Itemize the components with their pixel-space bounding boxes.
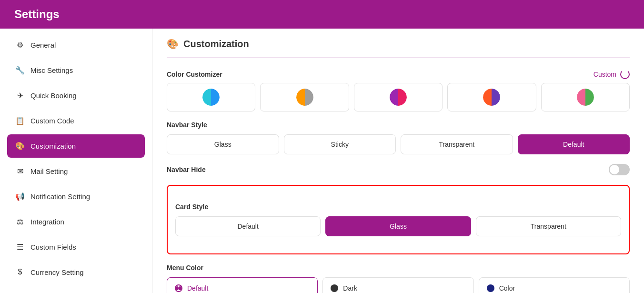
color-option-1[interactable] [167,83,255,111]
sidebar-icon-currency-setting: $ [15,268,25,276]
sidebar-label-currency-setting: Currency Setting [30,268,84,276]
sidebar-item-notification-setting[interactable]: 📢 Notification Setting [7,185,145,208]
sidebar-icon-quick-booking: ✈ [15,91,25,100]
card-style-container: Card Style Default Glass Transparent [167,185,630,254]
card-style-row: Default Glass Transparent [175,216,621,236]
radio-color [487,284,494,292]
color-options [167,83,630,111]
main-layout: ⚙ General 🔧 Misc Settings ✈ Quick Bookin… [0,29,644,293]
page-header: Settings [0,0,644,29]
card-glass-btn[interactable]: Glass [325,216,471,236]
menu-color-dark-label: Dark [343,284,357,292]
navbar-transparent-btn[interactable]: Transparent [401,134,513,154]
menu-color-dark[interactable]: Dark [322,277,473,293]
navbar-default-btn[interactable]: Default [518,134,630,154]
custom-label: Custom [594,71,616,78]
radio-default [175,284,182,292]
sidebar-item-quick-booking[interactable]: ✈ Quick Booking [7,84,145,107]
sidebar-label-general: General [30,41,56,49]
sidebar-item-integration[interactable]: ⚖ Integration [7,210,145,233]
sidebar-item-currency-setting[interactable]: $ Currency Setting [7,261,145,283]
sidebar-label-misc-settings: Misc Settings [30,66,73,74]
color-circle-1 [202,89,220,106]
color-option-3[interactable] [354,83,443,111]
navbar-style-label: Navbar Style [167,121,630,129]
card-transparent-btn[interactable]: Transparent [476,216,621,236]
refresh-icon [620,70,630,79]
sidebar: ⚙ General 🔧 Misc Settings ✈ Quick Bookin… [0,29,152,293]
navbar-sticky-btn[interactable]: Sticky [284,134,396,154]
sidebar-item-general[interactable]: ⚙ General [7,33,145,57]
sidebar-label-quick-booking: Quick Booking [30,91,77,100]
color-option-5[interactable] [541,83,630,111]
sidebar-label-custom-fields: Custom Fields [30,243,76,251]
content-title: Customization [183,39,249,50]
sidebar-icon-customization: 🎨 [15,141,25,151]
menu-color-color-label: Color [499,284,515,292]
sidebar-label-mail-setting: Mail Setting [30,167,68,175]
content-area: 🎨 Customization Color Customizer Custom [152,29,644,293]
navbar-hide-row: Navbar Hide [167,164,630,175]
sidebar-label-notification-setting: Notification Setting [30,192,90,201]
menu-color-grid: Default Dark Color [167,277,630,293]
color-customizer-label: Color Customizer [167,71,222,78]
sidebar-icon-general: ⚙ [15,40,25,50]
navbar-glass-btn[interactable]: Glass [167,134,279,154]
sidebar-icon-misc-settings: 🔧 [15,66,25,75]
sidebar-label-customization: Customization [30,142,76,150]
sidebar-item-mail-setting[interactable]: ✉ Mail Setting [7,160,145,183]
sidebar-icon-integration: ⚖ [15,217,25,226]
content-header: 🎨 Customization [167,38,630,58]
header-title: Settings [14,8,60,21]
color-circle-4 [483,89,500,106]
color-customizer-row: Color Customizer Custom [167,70,630,79]
customization-icon: 🎨 [167,38,179,50]
sidebar-item-commission[interactable]: ✂ Commission [7,285,145,293]
sidebar-item-customization[interactable]: 🎨 Customization [7,134,145,158]
sidebar-icon-notification-setting: 📢 [15,192,25,201]
sidebar-icon-mail-setting: ✉ [15,167,25,176]
card-style-label: Card Style [175,203,621,211]
menu-color-default[interactable]: Default [167,277,318,293]
color-option-2[interactable] [260,83,349,111]
navbar-hide-label: Navbar Hide [167,166,206,173]
color-circle-2 [296,89,313,106]
sidebar-item-custom-fields[interactable]: ☰ Custom Fields [7,235,145,259]
radio-dark [331,284,338,292]
sidebar-item-misc-settings[interactable]: 🔧 Misc Settings [7,59,145,82]
menu-color-default-label: Default [187,284,208,292]
sidebar-icon-custom-code: 📋 [15,116,25,125]
navbar-style-row: Glass Sticky Transparent Default [167,134,630,154]
card-default-btn[interactable]: Default [175,216,321,236]
sidebar-icon-custom-fields: ☰ [15,242,25,252]
color-circle-3 [390,89,407,106]
navbar-hide-toggle[interactable] [609,164,630,175]
custom-link[interactable]: Custom [594,70,630,79]
menu-color-color[interactable]: Color [479,277,630,293]
menu-color-label: Menu Color [167,264,630,272]
sidebar-label-integration: Integration [30,218,64,226]
color-option-4[interactable] [447,83,536,111]
sidebar-label-custom-code: Custom Code [30,117,74,125]
color-circle-5 [577,89,594,106]
sidebar-item-custom-code[interactable]: 📋 Custom Code [7,109,145,132]
